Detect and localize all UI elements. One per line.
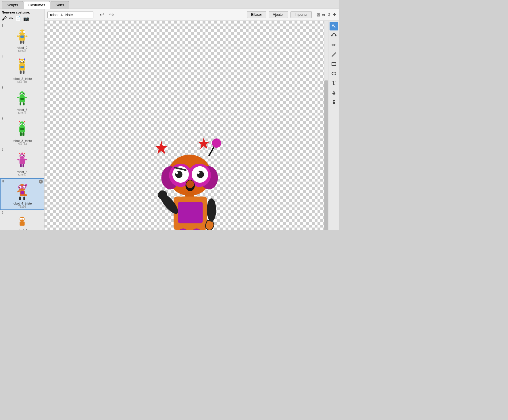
svg-marker-78 <box>155 140 168 154</box>
svg-point-77 <box>22 218 24 220</box>
costume-size: 56x85 <box>18 174 26 177</box>
ajouter-button[interactable]: Ajouter <box>269 11 288 18</box>
svg-point-92 <box>197 172 199 174</box>
line-tool-button[interactable] <box>330 50 338 59</box>
svg-point-27 <box>20 93 21 94</box>
svg-point-73 <box>24 194 27 196</box>
costume-size: 74x113 <box>18 142 27 146</box>
svg-rect-41 <box>20 128 24 130</box>
costume-name: robot_2_triste <box>12 77 32 80</box>
svg-rect-98 <box>178 202 203 223</box>
stamp-tool-button[interactable] <box>330 98 338 106</box>
costume-name: robot_3_triste <box>12 139 32 142</box>
svg-point-100 <box>158 190 167 200</box>
svg-point-117 <box>332 72 336 75</box>
costume-list: 3 robot_2 61x78 <box>0 23 44 230</box>
costume-name: robot_4_triste <box>12 202 32 205</box>
svg-point-101 <box>207 198 216 221</box>
svg-rect-119 <box>333 102 335 104</box>
costume-thumb <box>11 58 33 77</box>
vertical-scrollbar[interactable] <box>324 21 328 230</box>
file-icon[interactable]: 📄 <box>15 16 21 21</box>
svg-point-113 <box>333 33 334 34</box>
svg-rect-96 <box>185 192 194 197</box>
svg-point-52 <box>19 153 20 154</box>
costume-name: robot_3 <box>17 108 27 111</box>
ellipse-tool-button[interactable] <box>330 69 338 78</box>
new-costume-bar: Nouveau costume: 🖌 ✏ 📄 📷 <box>0 9 44 23</box>
list-item[interactable]: 7 robot_4 <box>0 147 44 178</box>
reshape-tool-button[interactable] <box>330 31 338 40</box>
right-toolbar: ↖ ✏ T <box>328 21 339 230</box>
svg-rect-34 <box>25 97 27 98</box>
svg-point-112 <box>331 35 333 36</box>
tab-sons[interactable]: Sons <box>51 1 69 9</box>
svg-rect-7 <box>20 41 22 44</box>
svg-rect-116 <box>332 63 336 65</box>
list-item[interactable]: 6 robot_3_triste 74x113 <box>0 116 44 147</box>
list-item[interactable]: 3 robot_2 61x78 <box>0 23 44 54</box>
svg-point-81 <box>212 138 221 148</box>
scrollbar-thumb-v[interactable] <box>324 80 328 230</box>
costume-thumb <box>11 27 33 46</box>
costume-number: 3 <box>2 24 3 27</box>
svg-rect-70 <box>19 196 21 200</box>
svg-point-40 <box>23 123 24 124</box>
costume-thumb <box>11 151 33 170</box>
camera-icon[interactable]: 📷 <box>23 16 29 21</box>
costume-panel: Nouveau costume: 🖌 ✏ 📄 📷 3 <box>0 9 45 230</box>
new-costume-label: Nouveau costume: <box>2 11 43 14</box>
undo-button[interactable]: ↩ <box>99 11 106 19</box>
svg-point-51 <box>23 155 24 156</box>
svg-rect-69 <box>20 191 24 194</box>
costume-name: robot_4 <box>17 170 27 174</box>
fill-tool-button[interactable] <box>330 88 338 97</box>
list-item[interactable]: 9 robot_5 <box>0 210 44 230</box>
svg-point-114 <box>335 35 336 36</box>
tab-scripts[interactable]: Scripts <box>2 1 23 9</box>
flip-h-icon[interactable]: ⇔ <box>322 12 326 18</box>
effacer-button[interactable]: Effacer <box>247 11 266 18</box>
svg-point-95 <box>186 180 194 188</box>
costume-thumb <box>11 89 33 108</box>
svg-marker-79 <box>198 137 209 149</box>
crop-icon[interactable]: ⊠ <box>316 12 320 18</box>
paint-icon[interactable]: 🖌 <box>2 16 7 22</box>
svg-rect-33 <box>17 97 19 98</box>
select-tool-button[interactable]: ↖ <box>330 22 338 30</box>
costume-size: 73x96 <box>18 205 26 208</box>
svg-rect-75 <box>20 221 24 226</box>
edit-icon[interactable]: ✏ <box>9 16 13 21</box>
svg-point-43 <box>24 121 25 122</box>
list-item[interactable]: 5 robot_3 66x91 <box>0 85 44 116</box>
redo-button[interactable]: ↪ <box>108 11 115 19</box>
rect-tool-button[interactable] <box>330 60 338 68</box>
svg-point-42 <box>19 121 20 122</box>
costume-name: robot_2 <box>17 46 27 49</box>
svg-point-91 <box>175 172 178 174</box>
tab-costumes[interactable]: Costumes <box>24 1 50 9</box>
svg-rect-71 <box>23 196 25 200</box>
importer-button[interactable]: Importer <box>290 11 312 18</box>
close-button[interactable]: ✕ <box>39 180 43 184</box>
costume-name: robot_5 <box>17 229 27 230</box>
canvas-area <box>45 21 324 230</box>
svg-rect-55 <box>20 164 22 167</box>
svg-point-38 <box>20 123 21 124</box>
costume-name-input[interactable] <box>47 11 93 18</box>
pencil-tool-button[interactable]: ✏ <box>330 41 338 49</box>
flip-v-icon[interactable]: ⇕ <box>327 12 331 18</box>
svg-rect-23 <box>23 70 24 74</box>
costume-thumb <box>11 120 33 139</box>
costume-number: 5 <box>2 86 3 89</box>
list-item[interactable]: 4 robot_2 <box>0 54 44 85</box>
svg-point-16 <box>23 61 24 62</box>
svg-point-66 <box>25 184 27 186</box>
add-icon[interactable]: + <box>333 11 336 18</box>
text-tool-button[interactable]: T <box>330 79 338 87</box>
svg-rect-58 <box>25 159 27 160</box>
svg-rect-47 <box>20 158 25 164</box>
selected-costume-item[interactable]: 8 ✕ <box>0 178 44 210</box>
svg-point-20 <box>19 58 20 60</box>
costume-size: 61x78 <box>18 49 26 53</box>
